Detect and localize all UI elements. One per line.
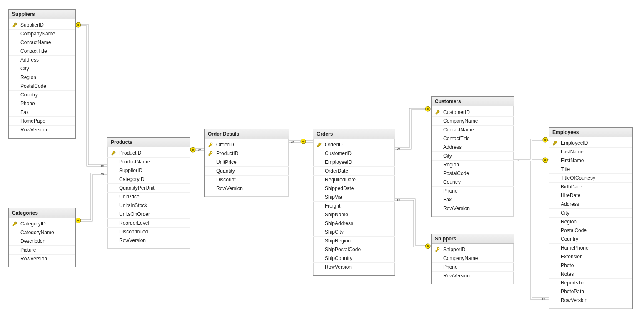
table-field[interactable]: HomePhone	[549, 243, 632, 252]
table-field[interactable]: CategoryID	[9, 220, 75, 228]
table-field[interactable]: CompanyName	[9, 29, 75, 38]
table-field[interactable]: HireDate	[549, 191, 632, 200]
table-field[interactable]: ContactName	[9, 38, 75, 47]
table-field[interactable]: Freight	[313, 201, 395, 210]
table-field[interactable]: RowVersion	[432, 204, 514, 213]
table-field[interactable]: ShipRegion	[313, 236, 395, 245]
table-title[interactable]: Customers	[432, 97, 514, 106]
table-suppliers[interactable]: Suppliers SupplierIDCompanyNameContactNa…	[8, 9, 76, 139]
table-field[interactable]: Extension	[549, 252, 632, 261]
table-field[interactable]: CategoryName	[9, 228, 75, 237]
table-field[interactable]: RowVersion	[313, 262, 395, 271]
table-field[interactable]: ReorderLevel	[107, 218, 190, 227]
table-categories[interactable]: Categories CategoryIDCategoryNameDescrip…	[8, 208, 76, 267]
table-field[interactable]: SupplierID	[9, 21, 75, 29]
table-field[interactable]: Phone	[432, 186, 514, 195]
table-field[interactable]: PostalCode	[432, 169, 514, 178]
table-title[interactable]: Categories	[9, 208, 75, 218]
table-field[interactable]: ShippedDate	[313, 184, 395, 193]
table-field[interactable]: EmployeeID	[313, 158, 395, 166]
table-employees[interactable]: Employees EmployeeIDLastNameFirstNameTit…	[549, 127, 633, 309]
table-field[interactable]: RowVersion	[107, 236, 190, 245]
table-field[interactable]: ContactTitle	[432, 134, 514, 143]
table-field[interactable]: ReportsTo	[549, 278, 632, 287]
table-field[interactable]: Description	[9, 237, 75, 245]
table-field[interactable]: CategoryID	[107, 175, 190, 183]
table-field[interactable]: ContactName	[432, 125, 514, 134]
table-field[interactable]: Discontinued	[107, 227, 190, 236]
table-order-details[interactable]: Order Details OrderIDProductIDUnitPriceQ…	[204, 129, 289, 197]
table-field[interactable]: Region	[9, 73, 75, 82]
table-field[interactable]: Quantity	[205, 166, 289, 175]
table-field[interactable]: RowVersion	[9, 254, 75, 263]
table-field[interactable]: LastName	[549, 147, 632, 156]
table-field[interactable]: RowVersion	[432, 271, 514, 280]
table-field[interactable]: RowVersion	[205, 184, 289, 193]
table-field[interactable]: CompanyName	[432, 116, 514, 125]
table-field[interactable]: ShipName	[313, 210, 395, 219]
table-field[interactable]: Fax	[9, 108, 75, 116]
table-field[interactable]: Region	[549, 217, 632, 226]
table-field[interactable]: Country	[432, 178, 514, 186]
table-field[interactable]: Address	[432, 143, 514, 151]
table-field[interactable]: Country	[9, 90, 75, 99]
table-field[interactable]: CustomerID	[432, 108, 514, 116]
table-field[interactable]: Discount	[205, 175, 289, 184]
table-field[interactable]: ProductName	[107, 157, 190, 166]
table-field[interactable]: ProductID	[205, 149, 289, 158]
table-field[interactable]: Picture	[9, 245, 75, 254]
table-field[interactable]: UnitsOnOrder	[107, 210, 190, 218]
table-field[interactable]: City	[432, 151, 514, 160]
table-field[interactable]: ShipCity	[313, 228, 395, 236]
table-field[interactable]: BirthDate	[549, 182, 632, 191]
table-customers[interactable]: Customers CustomerIDCompanyNameContactNa…	[431, 96, 514, 217]
table-title[interactable]: Orders	[313, 129, 395, 139]
table-field[interactable]: SupplierID	[107, 166, 190, 175]
table-field[interactable]: ProductID	[107, 149, 190, 157]
table-field[interactable]: PostalCode	[549, 226, 632, 235]
table-title[interactable]: Shippers	[432, 234, 514, 244]
table-field[interactable]: FirstName	[549, 156, 632, 165]
table-shippers[interactable]: Shippers ShipperIDCompanyNamePhoneRowVer…	[431, 234, 514, 284]
table-field[interactable]: ContactTitle	[9, 47, 75, 55]
table-field[interactable]: Title	[549, 165, 632, 173]
table-field[interactable]: City	[549, 208, 632, 217]
table-field[interactable]: Phone	[432, 262, 514, 271]
table-field[interactable]: RowVersion	[9, 125, 75, 134]
table-field[interactable]: Region	[432, 160, 514, 169]
table-field[interactable]: OrderDate	[313, 166, 395, 175]
table-field[interactable]: Photo	[549, 261, 632, 270]
table-field[interactable]: UnitPrice	[205, 158, 289, 166]
table-field[interactable]: CompanyName	[432, 254, 514, 262]
table-field[interactable]: UnitsInStock	[107, 201, 190, 210]
table-field[interactable]: ShipCountry	[313, 254, 395, 262]
table-field[interactable]: HomePage	[9, 116, 75, 125]
table-field[interactable]: Fax	[432, 195, 514, 204]
table-field[interactable]: Country	[549, 235, 632, 243]
table-title[interactable]: Products	[107, 138, 190, 147]
table-field[interactable]: ShipPostalCode	[313, 245, 395, 254]
table-field[interactable]: ShipVia	[313, 193, 395, 201]
table-field[interactable]: UnitPrice	[107, 192, 190, 201]
table-field[interactable]: QuantityPerUnit	[107, 183, 190, 192]
table-field[interactable]: Notes	[549, 270, 632, 278]
table-field[interactable]: OrderID	[313, 141, 395, 149]
table-field[interactable]: EmployeeID	[549, 139, 632, 147]
table-field[interactable]: RequiredDate	[313, 175, 395, 184]
table-field[interactable]: RowVersion	[549, 296, 632, 304]
table-field[interactable]: ShipperID	[432, 245, 514, 254]
table-field[interactable]: Address	[9, 55, 75, 64]
table-field[interactable]: Phone	[9, 99, 75, 108]
table-products[interactable]: Products ProductIDProductNameSupplierIDC…	[107, 137, 190, 249]
table-title[interactable]: Order Details	[205, 129, 289, 139]
table-field[interactable]: Address	[549, 200, 632, 208]
table-field[interactable]: City	[9, 64, 75, 73]
table-field[interactable]: TitleOfCourtesy	[549, 173, 632, 182]
table-title[interactable]: Employees	[549, 128, 632, 137]
table-title[interactable]: Suppliers	[9, 10, 75, 19]
table-field[interactable]: CustomerID	[313, 149, 395, 158]
table-orders[interactable]: Orders OrderIDCustomerIDEmployeeIDOrderD…	[313, 129, 395, 276]
table-field[interactable]: OrderID	[205, 141, 289, 149]
table-field[interactable]: PhotoPath	[549, 287, 632, 296]
table-field[interactable]: PostalCode	[9, 82, 75, 90]
